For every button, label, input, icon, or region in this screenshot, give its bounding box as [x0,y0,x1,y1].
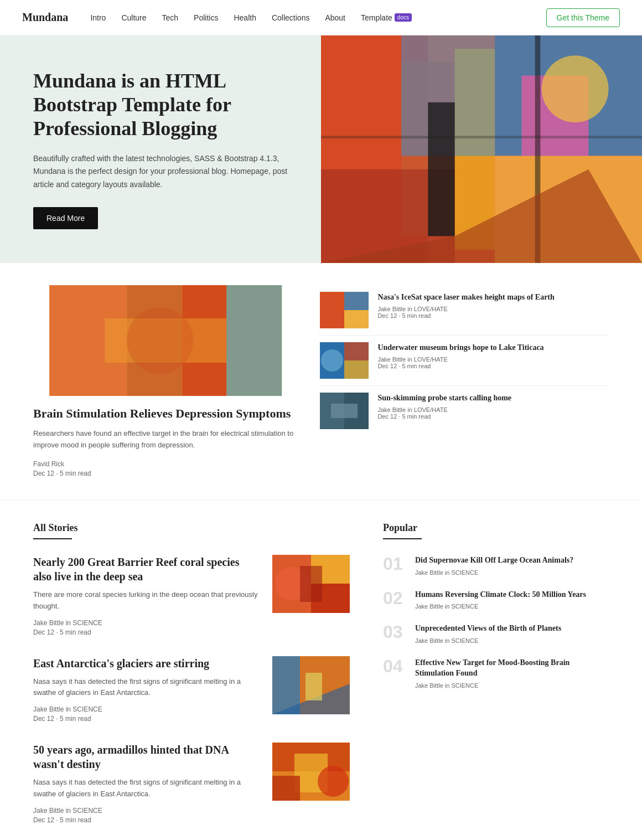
hero-art [321,35,642,263]
featured-main-article: Brain Stimulation Relieves Depression Sy… [33,285,298,477]
get-theme-button[interactable]: Get this Theme [546,8,620,27]
popular-author-2: Jake Bittle in SCIENCE [415,603,586,610]
story-3-author: Jake Bittle in SCIENCE [33,807,259,815]
nav-intro[interactable]: Intro [90,13,106,22]
hero-image [321,35,642,263]
svg-point-48 [318,766,349,797]
nav-about[interactable]: About [325,13,345,22]
story-2-excerpt: Nasa says it has detected the first sign… [33,676,259,699]
sidebar-article-3-title: Sun-skimming probe starts calling home [377,393,511,404]
popular-item-4: 04 Effective New Target for Mood-Boostin… [383,657,609,689]
popular-title-1: Did Supernovae Kill Off Large Ocean Anim… [415,555,573,566]
story-3-title: 50 years ago, armadillos hinted that DNA… [33,743,259,771]
hero-body: Beautifully crafted with the latest tech… [33,152,293,192]
featured-main-excerpt: Researchers have found an effective targ… [33,428,298,451]
story-2-date: Dec 12 · 5 min read [33,715,259,723]
popular-title: Popular [383,522,609,534]
svg-rect-18 [226,285,282,396]
svg-rect-9 [428,102,454,236]
svg-rect-44 [306,673,322,700]
featured-main-date: Dec 12 · 5 min read [33,470,298,477]
nav-template-label: Template [361,13,392,22]
featured-section: Brain Stimulation Relieves Depression Sy… [0,263,642,500]
popular-content-1: Did Supernovae Kill Off Large Ocean Anim… [415,555,573,576]
story-item-1: Nearly 200 Great Barrier Reef coral spec… [33,555,350,636]
featured-main-title: Brain Stimulation Relieves Depression Sy… [33,406,298,422]
story-3-meta: Jake Bittle in SCIENCE Dec 12 · 5 min re… [33,807,259,824]
popular-section: Popular 01 Did Supernovae Kill Off Large… [383,522,609,840]
svg-rect-39 [300,566,322,602]
popular-item-1: 01 Did Supernovae Kill Off Large Ocean A… [383,555,609,576]
popular-author-4: Jake Bittle in SCIENCE [415,682,609,689]
popular-item-2: 02 Humans Reversing Climate Clock: 50 Mi… [383,589,609,610]
brand-logo[interactable]: Mundana [22,11,68,24]
nav-tech[interactable]: Tech [162,13,179,22]
nav-politics[interactable]: Politics [194,13,218,22]
svg-point-29 [321,349,343,372]
popular-num-4: 04 [383,657,407,675]
svg-point-12 [542,55,609,122]
story-3-excerpt: Nasa says it has detected the first sign… [33,777,259,800]
story-1-excerpt: There are more coral species lurking in … [33,589,259,612]
navbar: Mundana Intro Culture Tech Politics Heal… [0,0,642,35]
svg-point-20 [127,307,193,374]
docs-badge: docs [395,13,412,22]
all-stories-divider [33,538,72,539]
story-2-image [272,656,350,714]
svg-rect-11 [321,136,642,138]
popular-author-1: Jake Bittle in SCIENCE [415,569,573,576]
popular-title-4: Effective New Target for Mood-Boosting B… [415,657,609,679]
story-1-date: Dec 12 · 5 min read [33,628,259,636]
story-1-meta: Jake Bittle in SCIENCE Dec 12 · 5 min re… [33,619,259,636]
sidebar-article-2-title: Underwater museum brings hope to Lake Ti… [377,342,543,353]
all-stories-title: All Stories [33,522,350,534]
story-1-text: Nearly 200 Great Barrier Reef coral spec… [33,555,259,636]
svg-rect-28 [344,360,369,379]
popular-author-3: Jake Bittle in SCIENCE [415,637,561,644]
popular-num-1: 01 [383,555,407,573]
hero-section: Mundana is an HTML Bootstrap Template fo… [0,35,642,263]
nav-links: Intro Culture Tech Politics Health Colle… [90,13,546,22]
sidebar-article-2: Underwater museum brings hope to Lake Ti… [320,336,609,386]
story-2-title: East Antarctica's glaciers are stirring [33,656,259,671]
sidebar-article-1-image [320,292,369,328]
nav-template[interactable]: Template docs [361,13,412,22]
nav-culture[interactable]: Culture [121,13,146,22]
story-item-2: East Antarctica's glaciers are stirring … [33,656,350,723]
popular-title-3: Unprecedented Views of the Birth of Plan… [415,623,561,634]
story-1-image [272,555,350,613]
story-1-title: Nearly 200 Great Barrier Reef coral spec… [33,555,259,584]
featured-sidebar: Nasa's IceSat space laser makes height m… [320,285,609,477]
story-2-author: Jake Bittle in SCIENCE [33,705,259,713]
popular-num-2: 02 [383,589,407,607]
nav-health[interactable]: Health [234,13,256,22]
sidebar-article-2-date: Dec 12 · 5 min read [377,363,543,369]
hero-read-more-button[interactable]: Read More [33,207,98,229]
popular-title-2: Humans Reversing Climate Clock: 50 Milli… [415,589,586,600]
story-3-text: 50 years ago, armadillos hinted that DNA… [33,743,259,824]
story-1-author: Jake Bittle in SCIENCE [33,619,259,627]
featured-main-image [33,285,298,396]
svg-rect-22 [320,292,344,328]
nav-collections[interactable]: Collections [272,13,309,22]
sidebar-article-1-date: Dec 12 · 5 min read [377,312,554,319]
sidebar-article-1-content: Nasa's IceSat space laser makes height m… [377,292,554,319]
story-2-meta: Jake Bittle in SCIENCE Dec 12 · 5 min re… [33,705,259,723]
featured-main-author: Favid Rick [33,460,298,468]
story-2-text: East Antarctica's glaciers are stirring … [33,656,259,723]
story-3-date: Dec 12 · 5 min read [33,816,259,824]
popular-item-3: 03 Unprecedented Views of the Birth of P… [383,623,609,644]
svg-rect-23 [344,292,369,310]
hero-text: Mundana is an HTML Bootstrap Template fo… [0,35,321,263]
svg-rect-27 [344,342,369,360]
sidebar-article-3-content: Sun-skimming probe starts calling home J… [377,393,511,420]
sidebar-article-2-image [320,342,369,379]
popular-num-3: 03 [383,623,407,641]
story-3-image [272,743,350,801]
hero-heading: Mundana is an HTML Bootstrap Template fo… [33,69,293,141]
sidebar-article-2-author: Jake Bittle in LOVE/HATE [377,356,543,363]
sidebar-article-3-date: Dec 12 · 5 min read [377,413,511,420]
svg-rect-33 [331,404,358,418]
sidebar-article-3-image [320,393,369,429]
popular-content-2: Humans Reversing Climate Clock: 50 Milli… [415,589,586,610]
